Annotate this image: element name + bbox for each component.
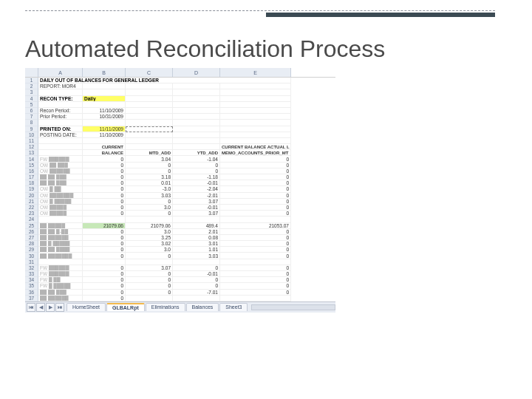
- row-header[interactable]: 26: [25, 229, 38, 235]
- cell[interactable]: [220, 102, 291, 108]
- cell[interactable]: 3.0: [126, 229, 173, 235]
- col-header[interactable]: B: [83, 68, 126, 77]
- cell[interactable]: 0: [220, 168, 291, 174]
- row-header[interactable]: 18: [25, 180, 38, 186]
- cell[interactable]: -1.04: [173, 156, 220, 162]
- cell[interactable]: 0: [220, 235, 291, 241]
- row-header[interactable]: 27: [25, 235, 38, 241]
- row-header[interactable]: 32: [25, 265, 38, 271]
- cell[interactable]: DAILY OUT OF BALANCES FOR GENERAL LEDGER: [38, 78, 291, 83]
- cell[interactable]: [126, 89, 173, 95]
- row-header[interactable]: 31: [25, 259, 38, 265]
- cell[interactable]: 0.01: [126, 180, 173, 186]
- row-header[interactable]: 7: [25, 114, 38, 120]
- cell[interactable]: OW ██ ███: [38, 163, 83, 168]
- row-header[interactable]: 17: [25, 174, 38, 180]
- cell[interactable]: 0: [126, 163, 173, 168]
- row-header[interactable]: 29: [25, 247, 38, 253]
- cell[interactable]: [220, 89, 291, 95]
- cell[interactable]: 0: [83, 156, 126, 162]
- cell[interactable]: 0: [83, 235, 126, 241]
- row-header[interactable]: 24: [25, 216, 38, 222]
- cell[interactable]: [38, 89, 83, 95]
- cell[interactable]: 0: [83, 205, 126, 211]
- cell[interactable]: 0: [126, 211, 173, 216]
- cell[interactable]: 489.4: [173, 223, 220, 229]
- cell[interactable]: ██ ██ ███: [38, 174, 83, 180]
- cell[interactable]: [173, 126, 220, 132]
- row-header[interactable]: 15: [25, 163, 38, 168]
- cell[interactable]: 21079.06: [83, 223, 126, 229]
- cell[interactable]: CURRENT BALANCE ACTUAL L: [220, 144, 291, 150]
- cell[interactable]: FW ██████: [38, 265, 83, 271]
- cell[interactable]: [38, 102, 83, 108]
- cell[interactable]: [173, 102, 220, 108]
- cell[interactable]: [220, 216, 291, 222]
- cell[interactable]: [126, 296, 173, 301]
- row-header[interactable]: 1: [25, 78, 38, 83]
- col-header[interactable]: A: [38, 68, 83, 77]
- row-header[interactable]: 12: [25, 144, 38, 150]
- cell[interactable]: 0: [220, 199, 291, 205]
- row-header[interactable]: 8: [25, 120, 38, 126]
- row-header[interactable]: 30: [25, 253, 38, 259]
- cell[interactable]: 0: [83, 186, 126, 192]
- row-header[interactable]: 37: [25, 296, 38, 301]
- cell[interactable]: 3.0: [126, 247, 173, 253]
- cell[interactable]: 0: [220, 253, 291, 259]
- row-header[interactable]: 20: [25, 193, 38, 199]
- cell[interactable]: 3.07: [126, 265, 173, 271]
- cell[interactable]: 0: [83, 296, 126, 301]
- cell[interactable]: 2.01: [173, 229, 220, 235]
- tab-nav-next-icon[interactable]: ▶: [46, 303, 55, 312]
- row-header[interactable]: 36: [25, 290, 38, 296]
- cell[interactable]: [83, 89, 126, 95]
- cell[interactable]: [220, 259, 291, 265]
- cell[interactable]: [220, 114, 291, 120]
- cell[interactable]: 0: [173, 277, 220, 283]
- cell[interactable]: 0: [126, 283, 173, 289]
- sheet-tab[interactable]: HomeSheet: [66, 303, 106, 311]
- cell[interactable]: ██ ██ █-██: [38, 229, 83, 235]
- cell[interactable]: 3.01: [173, 241, 220, 247]
- cell[interactable]: OW █████: [38, 205, 83, 211]
- tab-nav-first-icon[interactable]: ⏮: [27, 303, 35, 312]
- cell[interactable]: 0: [83, 229, 126, 235]
- cell[interactable]: 11/10/2009: [83, 132, 126, 138]
- cell[interactable]: [173, 138, 220, 144]
- cell[interactable]: OW █████: [38, 211, 83, 216]
- cell[interactable]: ██ ██ ███: [38, 290, 83, 296]
- cell[interactable]: -2.04: [173, 186, 220, 192]
- cell[interactable]: ██ █ █████: [38, 241, 83, 247]
- cell[interactable]: 3.04: [126, 156, 173, 162]
- cell[interactable]: ██ ███████: [38, 253, 83, 259]
- cell[interactable]: [38, 138, 83, 144]
- cell[interactable]: 0.08: [173, 235, 220, 241]
- cell[interactable]: 0: [126, 168, 173, 174]
- cell[interactable]: FW █ ██: [38, 277, 83, 283]
- cell[interactable]: CURRENT: [83, 144, 126, 150]
- cell[interactable]: [173, 96, 220, 102]
- cell[interactable]: PRINTED ON:: [38, 126, 83, 132]
- cell[interactable]: [126, 83, 173, 89]
- row-header[interactable]: 33: [25, 271, 38, 277]
- cell[interactable]: [220, 96, 291, 102]
- cell[interactable]: [83, 216, 126, 222]
- cell[interactable]: POSTING DATE:: [38, 132, 83, 138]
- sheet-tab[interactable]: Eliminations: [146, 303, 185, 311]
- sheet-tab[interactable]: Sheet3: [219, 303, 248, 311]
- cell[interactable]: [173, 83, 220, 89]
- cell[interactable]: 0: [83, 193, 126, 199]
- cell[interactable]: 0: [83, 271, 126, 277]
- cell[interactable]: 0: [83, 290, 126, 296]
- cell[interactable]: [173, 296, 220, 301]
- cell[interactable]: 0: [220, 290, 291, 296]
- cell[interactable]: 0: [126, 253, 173, 259]
- cell[interactable]: [173, 108, 220, 114]
- cell[interactable]: [126, 126, 173, 132]
- row-header[interactable]: 9: [25, 126, 38, 132]
- row-header[interactable]: 4: [25, 96, 38, 102]
- cell[interactable]: BALANCE: [83, 150, 126, 156]
- cell[interactable]: [220, 83, 291, 89]
- cell[interactable]: 0: [220, 211, 291, 216]
